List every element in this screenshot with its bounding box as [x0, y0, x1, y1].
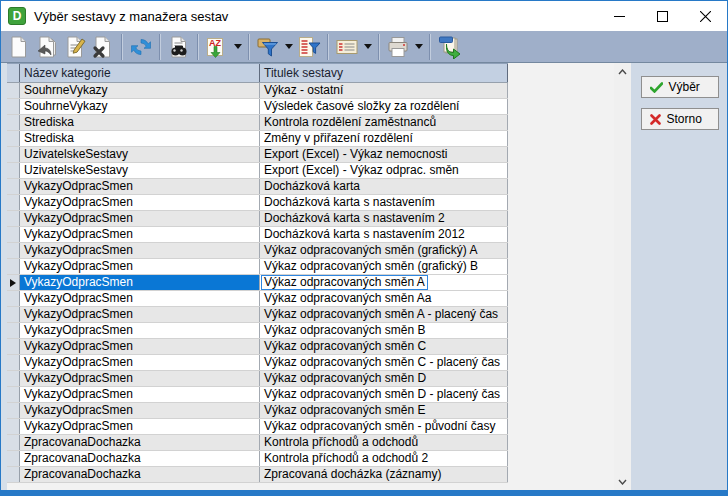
category-cell[interactable]: VykazyOdpracSmen [20, 259, 260, 274]
category-cell[interactable]: VykazyOdpracSmen [20, 291, 260, 306]
title-cell[interactable]: Docházková karta s nastavením 2012 [260, 227, 508, 242]
table-row[interactable]: SouhrneVykazyVýsledek časové složky za r… [7, 99, 508, 115]
sort-az-button[interactable]: AZ [203, 33, 231, 61]
category-cell[interactable]: VykazyOdpracSmen [20, 355, 260, 370]
filter-dropdown[interactable] [282, 33, 295, 61]
category-cell[interactable]: VykazyOdpracSmen [20, 387, 260, 402]
table-row[interactable]: VykazyOdpracSmenVýkaz odpracovaných směn… [7, 259, 508, 275]
title-cell[interactable]: Výkaz - ostatní [260, 83, 508, 98]
category-cell[interactable]: SouhrneVykazy [20, 83, 260, 98]
category-cell[interactable]: SouhrneVykazy [20, 99, 260, 114]
category-cell[interactable]: Strediska [20, 131, 260, 146]
category-cell[interactable]: UzivatelskeSestavy [20, 147, 260, 162]
columns-button[interactable] [333, 33, 361, 61]
title-cell[interactable]: Výkaz odpracovaných směn D - placený čas [260, 387, 508, 402]
category-cell[interactable]: VykazyOdpracSmen [20, 227, 260, 242]
title-cell[interactable]: Zpracovaná docházka (záznamy) [260, 467, 508, 482]
title-cell[interactable]: Kontrola příchodů a odchodů 2 [260, 451, 508, 466]
title-cell[interactable]: Docházková karta [260, 179, 508, 194]
table-row[interactable]: UzivatelskeSestavyExport (Excel) - Výkaz… [7, 163, 508, 179]
category-cell[interactable]: VykazyOdpracSmen [20, 243, 260, 258]
scroll-up-button[interactable] [614, 63, 631, 80]
title-cell[interactable]: Docházková karta s nastavením [260, 195, 508, 210]
minimize-button[interactable] [598, 1, 641, 31]
title-cell[interactable]: Změny v přiřazení rozdělení [260, 131, 508, 146]
category-cell[interactable]: VykazyOdpracSmen [20, 403, 260, 418]
delete-report-button[interactable] [89, 33, 117, 61]
columns-dropdown[interactable] [361, 33, 374, 61]
category-cell[interactable]: Strediska [20, 115, 260, 130]
title-cell[interactable]: Výkaz odpracovaných směn C - placený čas [260, 355, 508, 370]
category-cell[interactable]: ZpracovanaDochazka [20, 467, 260, 482]
title-cell[interactable]: Výkaz odpracovaných směn Aa [260, 291, 508, 306]
title-cell[interactable]: Výkaz odpracovaných směn (grafický) A [260, 243, 508, 258]
column-header-title[interactable]: Titulek sestavy [260, 64, 508, 82]
table-row[interactable]: StrediskaZměny v přiřazení rozdělení [7, 131, 508, 147]
category-cell[interactable]: UzivatelskeSestavy [20, 163, 260, 178]
table-row[interactable]: VykazyOdpracSmenVýkaz odpracovaných směn… [7, 323, 508, 339]
sort-az-dropdown[interactable] [231, 33, 244, 61]
export-button[interactable] [435, 33, 463, 61]
table-row[interactable]: VykazyOdpracSmenVýkaz odpracovaných směn… [7, 275, 508, 291]
filter-button[interactable] [254, 33, 282, 61]
title-cell[interactable]: Export (Excel) - Výkaz odprac. směn [260, 163, 508, 178]
table-row[interactable]: VykazyOdpracSmenDocházková karta s nasta… [7, 227, 508, 243]
table-row[interactable]: VykazyOdpracSmenVýkaz odpracovaných směn… [7, 243, 508, 259]
table-row[interactable]: VykazyOdpracSmenVýkaz odpracovaných směn… [7, 419, 508, 435]
category-cell[interactable]: VykazyOdpracSmen [20, 275, 260, 290]
category-cell[interactable]: VykazyOdpracSmen [20, 339, 260, 354]
title-cell[interactable]: Kontrola příchodů a odchodů [260, 435, 508, 450]
table-row[interactable]: VykazyOdpracSmenDocházková karta s nasta… [7, 195, 508, 211]
column-header-category[interactable]: Název kategorie [20, 64, 260, 82]
close-button[interactable] [684, 1, 727, 31]
title-cell[interactable]: Výkaz odpracovaných směn D [260, 371, 508, 386]
table-row[interactable]: UzivatelskeSestavyExport (Excel) - Výkaz… [7, 147, 508, 163]
title-cell[interactable]: Výkaz odpracovaných směn B [260, 323, 508, 338]
category-cell[interactable]: ZpracovanaDochazka [20, 451, 260, 466]
new-report-button[interactable] [5, 33, 33, 61]
select-button[interactable]: Výběr [641, 76, 719, 98]
title-cell[interactable]: Výkaz odpracovaných směn A - placený čas [260, 307, 508, 322]
table-row[interactable]: SouhrneVykazyVýkaz - ostatní [7, 83, 508, 99]
filter-values-button[interactable] [295, 33, 323, 61]
title-cell[interactable]: Kontrola rozdělení zaměstnanců [260, 115, 508, 130]
title-cell[interactable]: Výkaz odpracovaných směn E [260, 403, 508, 418]
table-row[interactable]: VykazyOdpracSmenVýkaz odpracovaných směn… [7, 355, 508, 371]
category-cell[interactable]: VykazyOdpracSmen [20, 307, 260, 322]
category-cell[interactable]: VykazyOdpracSmen [20, 323, 260, 338]
table-row[interactable]: VykazyOdpracSmenDocházková karta [7, 179, 508, 195]
title-cell[interactable]: Výkaz odpracovaných směn A [260, 275, 508, 290]
table-row[interactable]: VykazyOdpracSmenVýkaz odpracovaných směn… [7, 371, 508, 387]
category-cell[interactable]: VykazyOdpracSmen [20, 195, 260, 210]
category-cell[interactable]: VykazyOdpracSmen [20, 211, 260, 226]
table-row[interactable]: ZpracovanaDochazkaZpracovaná docházka (z… [7, 467, 508, 483]
table-row[interactable]: ZpracovanaDochazkaKontrola příchodů a od… [7, 451, 508, 467]
table-row[interactable]: VykazyOdpracSmenVýkaz odpracovaných směn… [7, 291, 508, 307]
category-cell[interactable]: ZpracovanaDochazka [20, 435, 260, 450]
copy-report-button[interactable] [33, 33, 61, 61]
table-row[interactable]: VykazyOdpracSmenVýkaz odpracovaných směn… [7, 387, 508, 403]
category-cell[interactable]: VykazyOdpracSmen [20, 371, 260, 386]
maximize-button[interactable] [641, 1, 684, 31]
edit-report-button[interactable] [61, 33, 89, 61]
title-cell[interactable]: Výsledek časové složky za rozdělení [260, 99, 508, 114]
scroll-down-button[interactable] [614, 473, 631, 490]
table-row[interactable]: VykazyOdpracSmenDocházková karta s nasta… [7, 211, 508, 227]
title-cell[interactable]: Export (Excel) - Výkaz nemocnosti [260, 147, 508, 162]
title-cell[interactable]: Výkaz odpracovaných směn - původní časy [260, 419, 508, 434]
table-row[interactable]: VykazyOdpracSmenVýkaz odpracovaných směn… [7, 339, 508, 355]
vertical-scrollbar[interactable] [614, 63, 631, 490]
print-dropdown[interactable] [412, 33, 425, 61]
refresh-button[interactable] [127, 33, 155, 61]
table-row[interactable]: VykazyOdpracSmenVýkaz odpracovaných směn… [7, 307, 508, 323]
table-row[interactable]: StrediskaKontrola rozdělení zaměstnanců [7, 115, 508, 131]
find-button[interactable] [165, 33, 193, 61]
cancel-button[interactable]: Storno [641, 108, 719, 130]
table-row[interactable]: VykazyOdpracSmenVýkaz odpracovaných směn… [7, 403, 508, 419]
table-row[interactable]: ZpracovanaDochazkaKontrola příchodů a od… [7, 435, 508, 451]
title-cell[interactable]: Výkaz odpracovaných směn C [260, 339, 508, 354]
title-cell[interactable]: Výkaz odpracovaných směn (grafický) B [260, 259, 508, 274]
print-button[interactable] [384, 33, 412, 61]
category-cell[interactable]: VykazyOdpracSmen [20, 179, 260, 194]
category-cell[interactable]: VykazyOdpracSmen [20, 419, 260, 434]
